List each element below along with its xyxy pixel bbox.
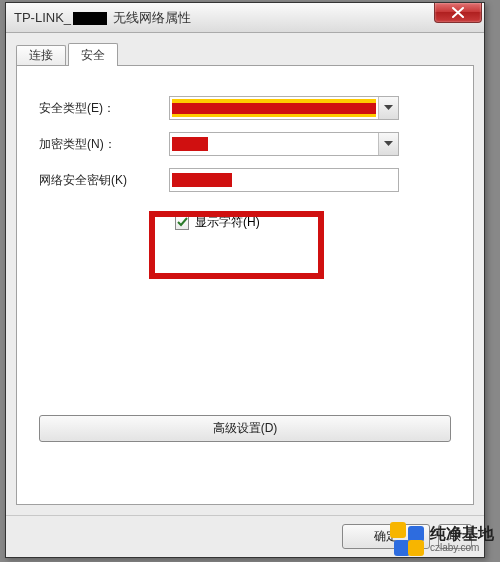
tab-panel-security: 安全类型(E)： 加密类型(N)： 网络安全密钥(K <box>16 65 474 505</box>
close-icon <box>452 7 464 18</box>
advanced-row: 高级设置(D) <box>39 415 451 442</box>
cancel-button[interactable]: 取 <box>438 524 472 549</box>
dialog-window: TP-LINK_ 无线网络属性 连接 安全 安全类型(E)： 加密类型(N)： <box>5 2 485 558</box>
ok-button[interactable]: 确定 <box>342 524 430 549</box>
redacted-value <box>172 137 208 151</box>
tab-connection[interactable]: 连接 <box>16 45 66 65</box>
window-title: TP-LINK_ 无线网络属性 <box>14 9 191 27</box>
dropdown-arrow[interactable] <box>378 97 398 119</box>
redacted-value <box>172 99 376 117</box>
security-type-dropdown[interactable] <box>169 96 399 120</box>
label-encryption-type: 加密类型(N)： <box>39 136 169 153</box>
show-characters-row: 显示字符(H) <box>169 210 451 235</box>
advanced-settings-button[interactable]: 高级设置(D) <box>39 415 451 442</box>
encryption-type-dropdown[interactable] <box>169 132 399 156</box>
chevron-down-icon <box>384 141 393 147</box>
redacted-value <box>172 173 232 187</box>
tabstrip: 连接 安全 <box>16 41 474 65</box>
row-network-key: 网络安全密钥(K) <box>39 168 451 192</box>
close-button[interactable] <box>434 3 482 23</box>
show-characters-checkbox[interactable] <box>175 216 189 230</box>
dialog-footer: 确定 取 <box>6 515 484 557</box>
titlebar[interactable]: TP-LINK_ 无线网络属性 <box>6 3 484 33</box>
row-security-type: 安全类型(E)： <box>39 96 451 120</box>
checkmark-icon <box>177 217 188 228</box>
chevron-down-icon <box>384 105 393 111</box>
row-encryption-type: 加密类型(N)： <box>39 132 451 156</box>
show-characters-label: 显示字符(H) <box>195 214 260 231</box>
network-key-input[interactable] <box>169 168 399 192</box>
label-network-key: 网络安全密钥(K) <box>39 172 169 189</box>
client-area: 连接 安全 安全类型(E)： 加密类型(N)： <box>6 33 484 515</box>
redacted-ssid <box>73 12 107 25</box>
label-security-type: 安全类型(E)： <box>39 100 169 117</box>
dropdown-arrow[interactable] <box>378 133 398 155</box>
tab-security[interactable]: 安全 <box>68 43 118 66</box>
